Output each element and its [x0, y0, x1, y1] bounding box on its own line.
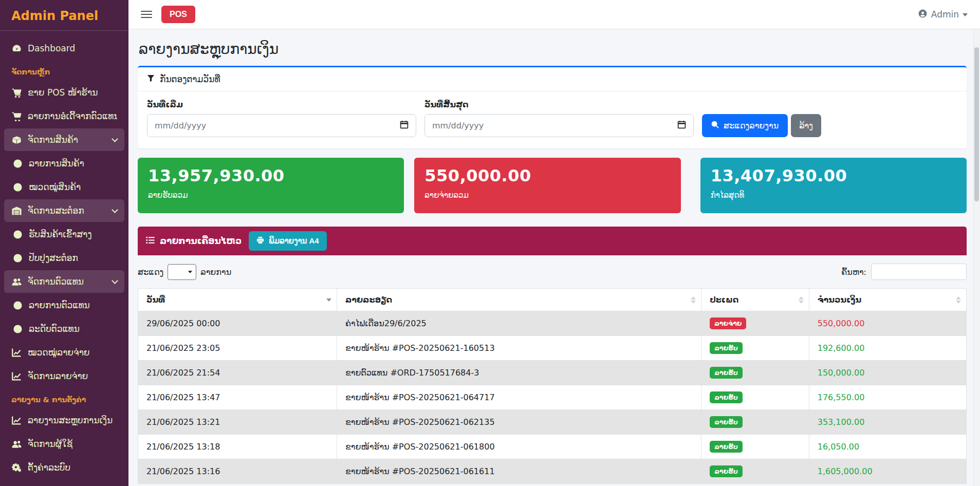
- cell-date: 21/06/2025 13:21: [138, 410, 337, 435]
- app-root: Admin Panel Dashboardຈັດການຫຼັກຂາຍ POS ໜ…: [0, 0, 980, 486]
- sidebar-item-product-list[interactable]: ລາຍການສິນຄ້າ: [4, 152, 124, 175]
- amount-value: 150,000.00: [818, 368, 865, 378]
- chevron-down-icon: [112, 207, 118, 213]
- sidebar-item-label: ໝວດໝູ່ສິນຄ້າ: [29, 182, 81, 192]
- amount-value: 16,050.00: [818, 442, 859, 452]
- printer-icon: [256, 236, 264, 246]
- entries-label: ລາຍການ: [200, 267, 231, 277]
- vertical-scrollbar[interactable]: [973, 29, 980, 486]
- sidebar-item-label: ຈັດການສິນຄ້າ: [28, 135, 78, 145]
- sidebar-item-stock-in[interactable]: ຮັບສິນຄ້າເຂົ້າສາງ: [4, 223, 124, 246]
- sidebar-item-agent-list[interactable]: ລາຍການຕົວແທນ: [4, 294, 124, 316]
- show-report-button[interactable]: ສະແດງລາຍງານ: [702, 114, 788, 137]
- sidebar-item-label: ໝວດໝູ່ລາຍຈ່າຍ: [28, 347, 90, 358]
- net-profit-value: 13,407,930.00: [711, 166, 956, 185]
- sidebar-item-manage-expenses[interactable]: ຈັດການລາຍຈ່າຍ: [4, 365, 124, 387]
- sidebar-item-agent-orders[interactable]: ລາຍການອໍເດີ້ຈາກຕົວແທນ: [4, 105, 124, 127]
- col-date[interactable]: ວັນທີ່: [138, 289, 337, 311]
- search-icon: [711, 121, 719, 130]
- sidebar-item-finance-report[interactable]: ລາຍງານສະຫຼຸບການເງິນ: [4, 409, 124, 432]
- table-row: 21/06/2025 13:21ຂາຍໜ້າຮ້ານ #POS-20250621…: [138, 410, 967, 435]
- start-date-label: ວັນທີ່ເລີ່ມ: [147, 100, 416, 109]
- table-controls: ສະແດງ ລາຍການ ຄົ້ນຫາ:: [138, 264, 967, 280]
- cell-description: ຂາຍໜ້າຮ້ານ #POS-20250621-061800: [337, 435, 701, 459]
- sidebar-item-manage-stock[interactable]: ຈັດການສະຕ໋ອກ: [4, 199, 124, 222]
- sidebar-item-agent-levels[interactable]: ລະດັບຕົວແທນ: [4, 317, 124, 340]
- gauge-icon: [11, 43, 22, 53]
- transactions-table: ວັນທີ່ ລາຍລະອຽດ ປະເພດ ຈຳນວນເງິນ 29/06/20…: [138, 288, 967, 484]
- user-dropdown[interactable]: Admin: [918, 9, 968, 21]
- sort-icon[interactable]: [799, 296, 804, 304]
- filter-card-header: ກັ່ນຕອງຕາມວັນທີ່: [138, 67, 967, 91]
- reports-section-heading: ລາຍງານ & ການຕັ້ງຄ່າ: [4, 388, 124, 408]
- sidebar-item-label: Dashboard: [28, 43, 75, 53]
- sidebar-item-dashboard[interactable]: Dashboard: [4, 37, 124, 60]
- cart-icon: [11, 111, 22, 121]
- total-expense-value: 550,000.00: [424, 166, 670, 185]
- net-profit-card: 13,407,930.00 ກຳໄລສຸດທິ: [700, 158, 967, 213]
- cell-date: 21/06/2025 13:18: [138, 435, 337, 459]
- users-icon: [11, 276, 22, 287]
- amount-value: 550,000.00: [818, 319, 865, 328]
- table-search-group: ຄົ້ນຫາ:: [841, 264, 967, 280]
- table-search-input[interactable]: [871, 264, 967, 280]
- cell-date: 21/06/2025 21:54: [138, 361, 337, 385]
- pos-button[interactable]: POS: [161, 6, 195, 23]
- sidebar-item-stock-adjust[interactable]: ປັບປຸງສະຕ໋ອກ: [4, 247, 124, 269]
- cell-date: 21/06/2025 23:05: [138, 336, 337, 361]
- sidebar-item-system-settings[interactable]: ຕັ້ງຄ່າລະບົບ: [4, 456, 124, 479]
- cell-description: ຄ່າໄຟເດືອນ29/6/2025: [337, 311, 701, 336]
- col-type[interactable]: ປະເພດ: [701, 289, 809, 311]
- menu-toggle-icon[interactable]: [141, 11, 152, 18]
- table-row: 29/06/2025 00:00ຄ່າໄຟເດືອນ29/6/2025ລາຍຈ່…: [138, 311, 967, 336]
- sidebar-item-pos-sale[interactable]: ຂາຍ POS ໜ້າຮ້ານ: [4, 81, 124, 104]
- sidebar-item-label: ລາຍການຕົວແທນ: [29, 300, 90, 310]
- table-search-label: ຄົ້ນຫາ:: [841, 267, 866, 277]
- sidebar-item-label: ຂາຍ POS ໜ້າຮ້ານ: [28, 87, 98, 98]
- sidebar-item-product-categories[interactable]: ໝວດໝູ່ສິນຄ້າ: [4, 176, 124, 198]
- sidebar-item-label: ລາຍງານສະຫຼຸບການເງິນ: [28, 415, 113, 425]
- total-expense-label: ລາຍຈ່າຍລວມ: [424, 191, 670, 200]
- page-length-select[interactable]: [168, 264, 196, 280]
- chevron-down-icon: [112, 277, 118, 284]
- sidebar-item-manage-agents[interactable]: ຈັດການຕົວແທນ: [4, 270, 124, 293]
- cell-type: ລາຍຮັບ: [701, 410, 809, 435]
- chevron-down-icon: [963, 13, 968, 16]
- sidebar-item-label: ຈັດການສະຕ໋ອກ: [28, 205, 84, 216]
- filter-buttons: ສະແດງລາຍງານ ລ້າງ: [702, 114, 821, 137]
- clear-button[interactable]: ລ້າງ: [791, 114, 821, 137]
- circle-icon: [12, 253, 23, 263]
- sidebar-item-manage-users[interactable]: ຈັດການຜູ້ໃຊ້: [4, 433, 124, 455]
- type-badge: ລາຍຮັບ: [710, 342, 743, 354]
- sidebar-item-manage-products[interactable]: ຈັດການສິນຄ້າ: [4, 128, 124, 151]
- chart-icon: [11, 371, 22, 381]
- cell-amount: 550,000.00: [809, 311, 966, 336]
- print-report-button[interactable]: ພິມລາຍງານ A4: [249, 231, 327, 251]
- col-desc[interactable]: ລາຍລະອຽດ: [337, 289, 701, 311]
- main-panel: POS Admin ລາຍງານສະຫຼຸບການເງິນ ກັ່ນຕອງຕາມ…: [128, 0, 980, 486]
- circle-icon: [12, 324, 23, 334]
- sidebar-nav: Dashboardຈັດການຫຼັກຂາຍ POS ໜ້າຮ້ານລາຍການ…: [0, 31, 128, 485]
- print-report-label: ພິມລາຍງານ A4: [269, 236, 319, 246]
- total-income-value: 13,957,930.00: [148, 166, 394, 185]
- type-badge: ລາຍຮັບ: [710, 441, 743, 453]
- amount-value: 192,600.00: [818, 343, 865, 353]
- cell-amount: 16,050.00: [809, 435, 966, 459]
- sidebar-item-expense-categories[interactable]: ໝວດໝູ່ລາຍຈ່າຍ: [4, 341, 124, 364]
- type-badge: ລາຍຮັບ: [710, 416, 743, 428]
- start-date-field: ວັນທີ່ເລີ່ມ mm/dd/yyyy: [147, 100, 416, 137]
- cell-amount: 1,605,000.00: [809, 459, 966, 484]
- scrollbar-thumb[interactable]: [974, 47, 979, 201]
- col-amount[interactable]: ຈຳນວນເງິນ: [809, 289, 966, 311]
- sort-icon[interactable]: [691, 296, 696, 304]
- calendar-icon[interactable]: [400, 120, 409, 131]
- cell-type: ລາຍຮັບ: [701, 459, 809, 484]
- cell-type: ລາຍຮັບ: [701, 435, 809, 459]
- end-date-input[interactable]: mm/dd/yyyy: [424, 114, 694, 137]
- cell-description: ຂາຍໜ້າຮ້ານ #POS-20250621-160513: [337, 336, 701, 361]
- calendar-icon[interactable]: [677, 120, 686, 131]
- start-date-input[interactable]: mm/dd/yyyy: [147, 114, 416, 137]
- circle-icon: [12, 182, 23, 192]
- sort-icon[interactable]: [326, 298, 331, 302]
- sort-icon[interactable]: [956, 296, 961, 304]
